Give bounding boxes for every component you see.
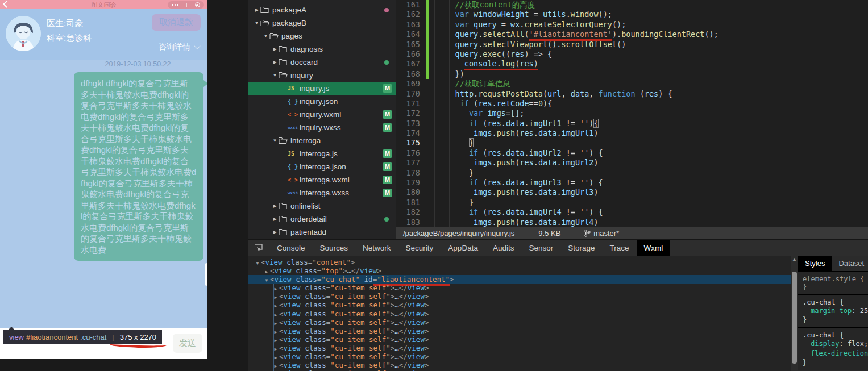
wxml-row[interactable]: ▶<view class="cu-item self">…</view> [248, 284, 791, 292]
tree-item-pages[interactable]: ▼pages [248, 30, 396, 43]
tree-item-inquiry.wxss[interactable]: wxssinquiry.wxssM [248, 121, 396, 134]
code-line-180[interactable]: 180 imgs.push(res.data.imgUrl3) [396, 187, 868, 197]
line-number[interactable]: 170 [396, 89, 426, 99]
css-rule[interactable]: .cu-chat {margin-top: 250} [798, 294, 868, 327]
code-line-169[interactable]: 169 //获取订单信息 [396, 79, 868, 89]
tree-item-onlinelist[interactable]: ▶onlinelist [248, 199, 396, 212]
line-number[interactable]: 173 [396, 119, 426, 128]
css-property[interactable]: margin-top: 250 [803, 306, 863, 316]
code-line-161[interactable]: 161 //获取content的高度 [396, 0, 868, 10]
line-number[interactable]: 165 [396, 40, 426, 49]
styles-tab-styles[interactable]: Styles [798, 256, 832, 271]
line-number[interactable]: 171 [396, 99, 426, 109]
phone-scrollbar-thumb[interactable] [205, 263, 207, 286]
tree-item-interroga.wxml[interactable]: < >interroga.wxmlM [248, 173, 396, 186]
wxml-row[interactable]: ▶<view class="top">…</view> [248, 266, 791, 275]
code-line-163[interactable]: 163 var query = wx.createSelectorQuery()… [396, 20, 868, 30]
line-number[interactable]: 178 [396, 168, 426, 178]
tab-sources[interactable]: Sources [313, 240, 356, 256]
tree-item-interroga.json[interactable]: { }interroga.jsonM [248, 160, 396, 173]
code-line-183[interactable]: 183 imgs.push(res.data.imgUrl4) [396, 218, 868, 227]
line-number[interactable]: 179 [396, 178, 426, 187]
line-number[interactable]: 168 [396, 69, 426, 79]
line-number[interactable]: 183 [396, 218, 426, 227]
line-number[interactable]: 182 [396, 207, 426, 217]
wxml-row[interactable]: ▶<view class="cu-item self">…</view> [248, 335, 791, 344]
tree-item-packageB[interactable]: ▼packageB [248, 16, 396, 30]
tab-network[interactable]: Network [355, 240, 398, 256]
tab-security[interactable]: Security [398, 240, 441, 256]
line-number[interactable]: 164 [396, 30, 426, 39]
tree-item-interroga[interactable]: ▼interroga [248, 134, 396, 147]
wxml-scrollbar[interactable]: ▲ [791, 256, 798, 371]
code-line-182[interactable]: 182 if (res.data.imgUrl4 != '') { [396, 207, 868, 217]
code-line-176[interactable]: 176 if (res.data.imgUrl2 != '') { [396, 148, 868, 158]
record-circle-icon[interactable] [195, 2, 200, 7]
line-number[interactable]: 176 [396, 148, 426, 158]
tree-item-interroga.wxss[interactable]: wxssinterroga.wxssM [248, 186, 396, 199]
code-line-173[interactable]: 173 if (res.data.imgUrl1 != ''){ [396, 119, 868, 128]
code-line-165[interactable]: 165 query.selectViewport().scrollOffset(… [396, 40, 868, 49]
wxml-row[interactable]: ▼<view class="cu-chat" id="liaotianconte… [248, 275, 791, 284]
line-number[interactable]: 172 [396, 109, 426, 118]
tree-item-inquiry.js[interactable]: JSinquiry.jsM [248, 82, 396, 95]
line-number[interactable]: 175 [396, 138, 426, 148]
consult-detail-link[interactable]: 咨询详情 [159, 42, 200, 52]
css-property[interactable]: flex-direction [803, 349, 863, 359]
wxml-row[interactable]: ▶<view class="cu-item self">…</view> [248, 352, 791, 361]
wxml-row[interactable]: ▶<view class="cu-item self">…</view> [248, 292, 791, 301]
code-line-162[interactable]: 162 var windowHeight = utils.window(); [396, 10, 868, 19]
css-rule[interactable]: element.style {} [798, 271, 868, 294]
code-line-174[interactable]: 174 imgs.push(res.data.imgUrl1) [396, 128, 868, 138]
wxml-scrollbar-thumb[interactable] [792, 272, 797, 364]
tab-appdata[interactable]: AppData [441, 240, 485, 256]
code-line-170[interactable]: 170 http.requstPostData(url, data, funct… [396, 89, 868, 99]
wxml-row[interactable]: ▶<view class="cu-item self">…</view> [248, 301, 791, 309]
line-number[interactable]: 167 [396, 59, 426, 69]
styles-tab-dataset[interactable]: Dataset [832, 256, 868, 271]
inspect-element-icon[interactable] [248, 243, 269, 253]
tree-item-interroga.js[interactable]: JSinterroga.jsM [248, 147, 396, 160]
tab-trace[interactable]: Trace [603, 240, 637, 256]
scroll-up-arrow-icon[interactable]: ▲ [791, 256, 798, 263]
wxml-row[interactable]: ▶<view class="cu-item self">…</view> [248, 344, 791, 352]
code-editor[interactable]: 161 //获取content的高度162 var windowHeight =… [396, 0, 868, 227]
code-line-177[interactable]: 177 imgs.push(res.data.imgUrl2) [396, 158, 868, 168]
tree-item-orderdetail[interactable]: ▶orderdetail [248, 212, 396, 226]
line-number[interactable]: 169 [396, 79, 426, 89]
line-number[interactable]: 180 [396, 187, 426, 197]
tree-item-diagnosis[interactable]: ▶diagnosis [248, 43, 396, 56]
tab-wxml[interactable]: Wxml [637, 240, 671, 256]
git-branch[interactable]: master* [584, 229, 619, 237]
miniprogram-capsule[interactable] [168, 1, 204, 9]
send-button[interactable]: 发送 [173, 334, 202, 353]
code-line-167[interactable]: 167 console.log(res) [396, 59, 868, 69]
tree-item-inquiry.json[interactable]: { }inquiry.json [248, 95, 396, 108]
code-line-168[interactable]: 168 }) [396, 69, 868, 79]
code-line-172[interactable]: 172 var imgs=[]; [396, 109, 868, 118]
tree-item-patientadd[interactable]: ▶patientadd [248, 226, 396, 239]
tab-audits[interactable]: Audits [485, 240, 522, 256]
code-line-171[interactable]: 171 if (res.retCode==0){ [396, 99, 868, 109]
code-line-175[interactable]: 175 } [396, 138, 868, 148]
tree-item-packageA[interactable]: ▶packageA [248, 3, 396, 16]
tree-item-doccard[interactable]: ▶doccard [248, 56, 396, 69]
line-number[interactable]: 174 [396, 128, 426, 138]
line-number[interactable]: 181 [396, 198, 426, 207]
code-line-181[interactable]: 181 } [396, 198, 868, 207]
tab-sensor[interactable]: Sensor [521, 240, 560, 256]
cancel-refund-button[interactable]: 取消退款 [152, 14, 201, 31]
tree-item-inquiry.wxml[interactable]: < >inquiry.wxmlM [248, 108, 396, 121]
line-number[interactable]: 166 [396, 49, 426, 59]
code-line-179[interactable]: 179 if (res.data.imgUrl3 != '') { [396, 178, 868, 187]
line-number[interactable]: 162 [396, 10, 426, 19]
line-number[interactable]: 177 [396, 158, 426, 168]
tree-item-inquiry[interactable]: ▼inquiry [248, 69, 396, 82]
wxml-row[interactable]: ▶<view class="cu-item self">…</view> [248, 310, 791, 318]
code-line-166[interactable]: 166 query.exec((res) => { [396, 49, 868, 59]
css-rule[interactable]: .cu-chat {display: flex;flex-direction} [798, 327, 868, 370]
line-number[interactable]: 163 [396, 20, 426, 30]
more-dots-icon[interactable] [172, 4, 178, 6]
wxml-row[interactable]: ▼<view class="content"> [248, 258, 791, 266]
code-line-164[interactable]: 164 query.selectAll('#liaotiancontent').… [396, 30, 868, 39]
